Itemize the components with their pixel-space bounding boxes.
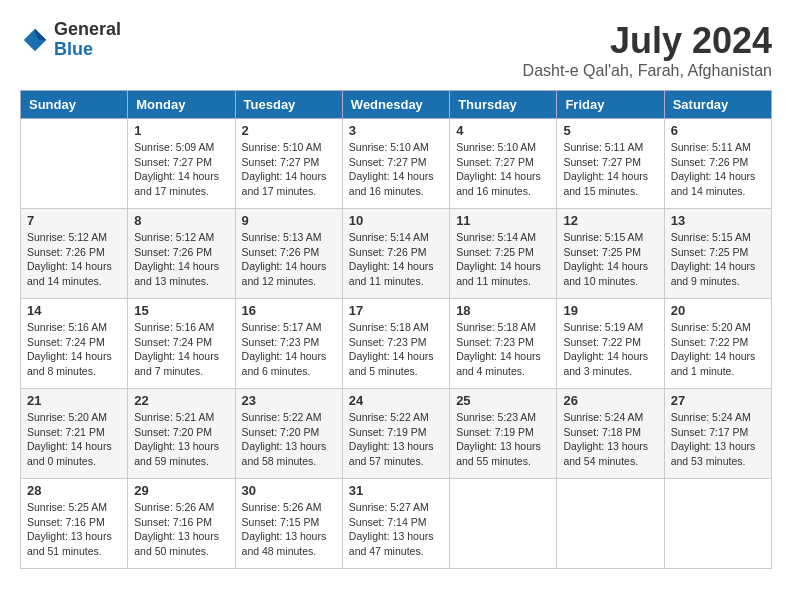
day-info: Sunrise: 5:15 AM Sunset: 7:25 PM Dayligh… [563, 230, 657, 289]
day-info: Sunrise: 5:26 AM Sunset: 7:15 PM Dayligh… [242, 500, 336, 559]
day-number: 2 [242, 123, 336, 138]
day-info: Sunrise: 5:25 AM Sunset: 7:16 PM Dayligh… [27, 500, 121, 559]
day-cell: 7Sunrise: 5:12 AM Sunset: 7:26 PM Daylig… [21, 209, 128, 299]
day-number: 3 [349, 123, 443, 138]
day-cell: 3Sunrise: 5:10 AM Sunset: 7:27 PM Daylig… [342, 119, 449, 209]
day-cell: 10Sunrise: 5:14 AM Sunset: 7:26 PM Dayli… [342, 209, 449, 299]
calendar-table: SundayMondayTuesdayWednesdayThursdayFrid… [20, 90, 772, 569]
day-cell: 6Sunrise: 5:11 AM Sunset: 7:26 PM Daylig… [664, 119, 771, 209]
day-number: 18 [456, 303, 550, 318]
day-number: 17 [349, 303, 443, 318]
day-info: Sunrise: 5:16 AM Sunset: 7:24 PM Dayligh… [27, 320, 121, 379]
day-cell: 22Sunrise: 5:21 AM Sunset: 7:20 PM Dayli… [128, 389, 235, 479]
day-cell: 24Sunrise: 5:22 AM Sunset: 7:19 PM Dayli… [342, 389, 449, 479]
day-info: Sunrise: 5:10 AM Sunset: 7:27 PM Dayligh… [349, 140, 443, 199]
day-number: 1 [134, 123, 228, 138]
day-cell: 8Sunrise: 5:12 AM Sunset: 7:26 PM Daylig… [128, 209, 235, 299]
day-info: Sunrise: 5:12 AM Sunset: 7:26 PM Dayligh… [27, 230, 121, 289]
header: General Blue July 2024 Dasht-e Qal'ah, F… [20, 20, 772, 80]
day-number: 4 [456, 123, 550, 138]
week-row-4: 21Sunrise: 5:20 AM Sunset: 7:21 PM Dayli… [21, 389, 772, 479]
day-info: Sunrise: 5:24 AM Sunset: 7:18 PM Dayligh… [563, 410, 657, 469]
day-info: Sunrise: 5:18 AM Sunset: 7:23 PM Dayligh… [349, 320, 443, 379]
weekday-header-row: SundayMondayTuesdayWednesdayThursdayFrid… [21, 91, 772, 119]
day-info: Sunrise: 5:11 AM Sunset: 7:26 PM Dayligh… [671, 140, 765, 199]
day-cell: 26Sunrise: 5:24 AM Sunset: 7:18 PM Dayli… [557, 389, 664, 479]
day-cell [21, 119, 128, 209]
week-row-3: 14Sunrise: 5:16 AM Sunset: 7:24 PM Dayli… [21, 299, 772, 389]
day-number: 24 [349, 393, 443, 408]
day-cell [664, 479, 771, 569]
day-info: Sunrise: 5:22 AM Sunset: 7:19 PM Dayligh… [349, 410, 443, 469]
day-number: 10 [349, 213, 443, 228]
day-info: Sunrise: 5:13 AM Sunset: 7:26 PM Dayligh… [242, 230, 336, 289]
day-cell: 28Sunrise: 5:25 AM Sunset: 7:16 PM Dayli… [21, 479, 128, 569]
day-number: 14 [27, 303, 121, 318]
day-number: 5 [563, 123, 657, 138]
day-info: Sunrise: 5:22 AM Sunset: 7:20 PM Dayligh… [242, 410, 336, 469]
day-info: Sunrise: 5:09 AM Sunset: 7:27 PM Dayligh… [134, 140, 228, 199]
logo-blue-text: Blue [54, 40, 121, 60]
day-number: 12 [563, 213, 657, 228]
logo: General Blue [20, 20, 121, 60]
day-number: 9 [242, 213, 336, 228]
day-cell: 13Sunrise: 5:15 AM Sunset: 7:25 PM Dayli… [664, 209, 771, 299]
day-number: 21 [27, 393, 121, 408]
day-info: Sunrise: 5:19 AM Sunset: 7:22 PM Dayligh… [563, 320, 657, 379]
day-cell: 20Sunrise: 5:20 AM Sunset: 7:22 PM Dayli… [664, 299, 771, 389]
day-cell [557, 479, 664, 569]
day-cell: 30Sunrise: 5:26 AM Sunset: 7:15 PM Dayli… [235, 479, 342, 569]
day-info: Sunrise: 5:18 AM Sunset: 7:23 PM Dayligh… [456, 320, 550, 379]
day-number: 15 [134, 303, 228, 318]
logo-general-text: General [54, 20, 121, 40]
day-info: Sunrise: 5:24 AM Sunset: 7:17 PM Dayligh… [671, 410, 765, 469]
location-text: Dasht-e Qal'ah, Farah, Afghanistan [523, 62, 772, 80]
day-info: Sunrise: 5:11 AM Sunset: 7:27 PM Dayligh… [563, 140, 657, 199]
week-row-1: 1Sunrise: 5:09 AM Sunset: 7:27 PM Daylig… [21, 119, 772, 209]
day-info: Sunrise: 5:23 AM Sunset: 7:19 PM Dayligh… [456, 410, 550, 469]
day-number: 16 [242, 303, 336, 318]
day-number: 13 [671, 213, 765, 228]
day-number: 26 [563, 393, 657, 408]
day-info: Sunrise: 5:27 AM Sunset: 7:14 PM Dayligh… [349, 500, 443, 559]
day-number: 30 [242, 483, 336, 498]
day-cell [450, 479, 557, 569]
day-cell: 27Sunrise: 5:24 AM Sunset: 7:17 PM Dayli… [664, 389, 771, 479]
month-year-title: July 2024 [523, 20, 772, 62]
weekday-header-sunday: Sunday [21, 91, 128, 119]
weekday-header-saturday: Saturday [664, 91, 771, 119]
day-info: Sunrise: 5:21 AM Sunset: 7:20 PM Dayligh… [134, 410, 228, 469]
day-number: 6 [671, 123, 765, 138]
day-cell: 5Sunrise: 5:11 AM Sunset: 7:27 PM Daylig… [557, 119, 664, 209]
day-number: 19 [563, 303, 657, 318]
day-info: Sunrise: 5:20 AM Sunset: 7:21 PM Dayligh… [27, 410, 121, 469]
day-number: 23 [242, 393, 336, 408]
day-info: Sunrise: 5:20 AM Sunset: 7:22 PM Dayligh… [671, 320, 765, 379]
logo-icon [20, 25, 50, 55]
day-number: 22 [134, 393, 228, 408]
day-number: 31 [349, 483, 443, 498]
day-cell: 19Sunrise: 5:19 AM Sunset: 7:22 PM Dayli… [557, 299, 664, 389]
day-number: 28 [27, 483, 121, 498]
day-info: Sunrise: 5:26 AM Sunset: 7:16 PM Dayligh… [134, 500, 228, 559]
day-cell: 1Sunrise: 5:09 AM Sunset: 7:27 PM Daylig… [128, 119, 235, 209]
week-row-5: 28Sunrise: 5:25 AM Sunset: 7:16 PM Dayli… [21, 479, 772, 569]
day-number: 8 [134, 213, 228, 228]
day-cell: 12Sunrise: 5:15 AM Sunset: 7:25 PM Dayli… [557, 209, 664, 299]
logo-text: General Blue [54, 20, 121, 60]
day-cell: 18Sunrise: 5:18 AM Sunset: 7:23 PM Dayli… [450, 299, 557, 389]
day-number: 20 [671, 303, 765, 318]
day-cell: 29Sunrise: 5:26 AM Sunset: 7:16 PM Dayli… [128, 479, 235, 569]
day-cell: 9Sunrise: 5:13 AM Sunset: 7:26 PM Daylig… [235, 209, 342, 299]
day-cell: 17Sunrise: 5:18 AM Sunset: 7:23 PM Dayli… [342, 299, 449, 389]
day-cell: 2Sunrise: 5:10 AM Sunset: 7:27 PM Daylig… [235, 119, 342, 209]
day-cell: 15Sunrise: 5:16 AM Sunset: 7:24 PM Dayli… [128, 299, 235, 389]
day-cell: 31Sunrise: 5:27 AM Sunset: 7:14 PM Dayli… [342, 479, 449, 569]
day-cell: 21Sunrise: 5:20 AM Sunset: 7:21 PM Dayli… [21, 389, 128, 479]
day-number: 11 [456, 213, 550, 228]
weekday-header-tuesday: Tuesday [235, 91, 342, 119]
day-number: 25 [456, 393, 550, 408]
title-area: July 2024 Dasht-e Qal'ah, Farah, Afghani… [523, 20, 772, 80]
weekday-header-friday: Friday [557, 91, 664, 119]
day-cell: 4Sunrise: 5:10 AM Sunset: 7:27 PM Daylig… [450, 119, 557, 209]
